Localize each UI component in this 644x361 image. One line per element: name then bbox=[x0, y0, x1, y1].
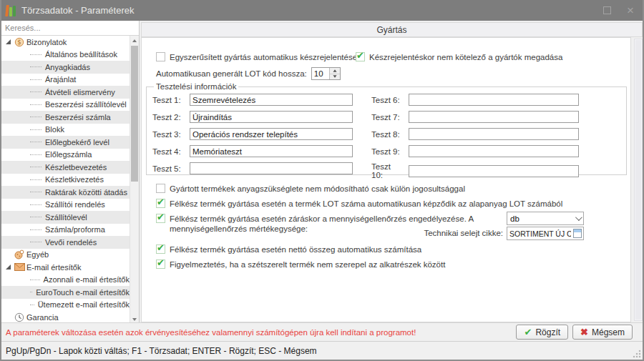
spin-down-icon[interactable] bbox=[330, 74, 340, 80]
spin-up-icon[interactable] bbox=[330, 68, 340, 74]
test-field-input[interactable] bbox=[409, 111, 579, 123]
main-scrollbar[interactable] bbox=[634, 39, 643, 321]
scrollbar-thumb[interactable] bbox=[131, 46, 138, 182]
coin-icon: $ bbox=[14, 37, 26, 47]
test-field-input[interactable] bbox=[409, 165, 579, 177]
sidebar-item[interactable]: Azonnali e-mail értesítők bbox=[1, 274, 130, 287]
sidebar-item[interactable]: E-mail értesítők bbox=[1, 261, 130, 274]
test-field-input[interactable] bbox=[409, 145, 579, 157]
chevron-down-icon bbox=[575, 214, 582, 221]
material-rights-checkbox[interactable] bbox=[156, 184, 165, 193]
net-sum-checkbox[interactable] bbox=[156, 244, 165, 254]
test-field-input[interactable] bbox=[190, 128, 353, 140]
tree-line bbox=[30, 117, 42, 117]
lot-length-label: Automatikusan generált LOT kód hossza: bbox=[156, 69, 307, 78]
cancel-button-label: Mégsem bbox=[592, 327, 625, 337]
tree-line bbox=[30, 92, 42, 92]
lot-length-input[interactable] bbox=[312, 68, 329, 79]
tree-line bbox=[30, 167, 42, 167]
close-icon[interactable]: × bbox=[627, 6, 634, 14]
option-manufacturers-optional: Készrejelentéskor nem kötelező a gyártók… bbox=[356, 52, 562, 62]
sidebar-item-label: Vevői rendelés bbox=[45, 238, 97, 247]
tree-line bbox=[30, 129, 42, 130]
sidebar-item[interactable]: Beszerzési szállítólevél bbox=[1, 99, 130, 112]
checkbox-label: Gyártott termékek anyagszükséglete nem m… bbox=[170, 184, 465, 194]
sidebar-item[interactable]: Előlegszámla bbox=[1, 149, 130, 162]
test-field-row: Teszt 9: bbox=[371, 145, 579, 157]
sidebar-item[interactable]: Számla/proforma bbox=[1, 224, 130, 237]
test-field-label: Teszt 8: bbox=[371, 130, 403, 139]
option-simplified-production: Egyszerűsített gyártás automatikus készr… bbox=[156, 52, 357, 62]
scrap-item-input[interactable] bbox=[507, 229, 573, 238]
sidebar-item[interactable]: EuroTouch e-mail értesítők bbox=[1, 286, 130, 299]
tree-line bbox=[30, 192, 42, 192]
tree-line bbox=[30, 242, 42, 242]
sidebar-item-label: Ütemezett e-mail értesítők bbox=[38, 300, 130, 309]
scrap-item-label: Technikai selejt cikke: bbox=[392, 229, 503, 237]
sidebar-item[interactable]: Szállítói rendelés bbox=[1, 199, 130, 212]
sidebar-scrollbar[interactable] bbox=[130, 36, 139, 324]
test-column-right: Teszt 6:Teszt 7:Teszt 8:Teszt 9:Teszt 10… bbox=[371, 94, 579, 179]
sidebar-item[interactable]: Készletbevezetés bbox=[1, 161, 130, 174]
resize-grip[interactable] bbox=[633, 350, 641, 358]
sidebar-item[interactable]: Garancia bbox=[1, 311, 130, 324]
test-info-group: Tesztelési információk Teszt 1:Teszt 2:T… bbox=[146, 82, 627, 175]
sidebar-item[interactable]: Egyéb bbox=[1, 249, 130, 262]
sidebar-item[interactable]: Készletkivezetés bbox=[1, 174, 130, 187]
sidebar-item-label: Anyagkiadás bbox=[45, 63, 90, 71]
qty-check-checkbox[interactable] bbox=[156, 214, 165, 223]
test-field-row: Teszt 1: bbox=[152, 94, 353, 106]
manufacturers-optional-checkbox[interactable] bbox=[356, 52, 365, 61]
test-field-input[interactable] bbox=[190, 111, 353, 123]
sidebar-item[interactable]: Átvételi elismervény bbox=[1, 86, 130, 99]
sidebar-item[interactable]: Ütemezett e-mail értesítők bbox=[1, 299, 130, 312]
option-lot-auto: Félkész termék gyártása esetén a termék … bbox=[156, 199, 562, 209]
save-button[interactable]: ✔ Rögzít bbox=[516, 325, 568, 340]
tree-line bbox=[30, 154, 42, 155]
test-field-label: Teszt 4: bbox=[152, 147, 184, 156]
sidebar-item-label: Bizonylatok bbox=[26, 38, 67, 46]
test-field-label: Teszt 6: bbox=[371, 96, 403, 104]
scroll-up-icon[interactable] bbox=[130, 36, 139, 45]
sidebar-item[interactable]: Raktárak közötti átadás bbox=[1, 186, 130, 199]
sidebar-item[interactable]: Anyagkiadás bbox=[1, 61, 130, 74]
option-material-rights: Gyártott termékek anyagszükséglete nem m… bbox=[156, 184, 465, 194]
sidebar-item-label: Blokk bbox=[45, 125, 64, 134]
test-field-input[interactable] bbox=[409, 128, 579, 140]
status-bar: PgUp/PgDn - Lapok közti váltás; F1 - Tör… bbox=[1, 341, 643, 360]
sidebar-item[interactable]: Vevői rendelés bbox=[1, 236, 130, 249]
tab-gyartas[interactable]: Gyártás bbox=[141, 22, 643, 37]
sidebar-item[interactable]: Szállítólevél bbox=[1, 211, 130, 224]
tree-expanded-icon[interactable] bbox=[5, 39, 14, 45]
test-field-input[interactable] bbox=[409, 94, 579, 106]
save-button-label: Rögzít bbox=[535, 327, 560, 337]
search-input[interactable] bbox=[1, 21, 139, 35]
sidebar-item-label: Előlegszámla bbox=[45, 150, 92, 159]
checkbox-label: Egyszerűsített gyártás automatikus készr… bbox=[170, 52, 357, 62]
sidebar-item-label: Árajánlat bbox=[45, 75, 76, 84]
sidebar-item[interactable]: Blokk bbox=[1, 124, 130, 137]
sidebar-item[interactable]: $Bizonylatok bbox=[1, 36, 130, 49]
sidebar-item[interactable]: Általános beállítások bbox=[1, 49, 130, 61]
test-field-input[interactable] bbox=[190, 162, 353, 174]
titlebar: Törzsadatok - Paraméterek × bbox=[0, 0, 644, 21]
tree-expanded-icon[interactable] bbox=[5, 264, 14, 270]
sidebar-item[interactable]: Előlegbekérő levél bbox=[1, 136, 130, 149]
sidebar-item-label: Készletbevezetés bbox=[45, 163, 107, 172]
sidebar-item-label: Szállítólevél bbox=[45, 213, 87, 222]
test-field-label: Teszt 9: bbox=[371, 147, 403, 156]
unit-select[interactable]: db bbox=[507, 212, 584, 225]
restart-warning: A paraméterek változása esetén azok érvé… bbox=[6, 328, 416, 337]
test-field-input[interactable] bbox=[190, 145, 353, 157]
warn-parts-checkbox[interactable] bbox=[156, 259, 165, 269]
sidebar-item[interactable]: Beszerzési számla bbox=[1, 111, 130, 124]
maximize-icon[interactable] bbox=[603, 6, 611, 14]
test-field-input[interactable] bbox=[190, 94, 353, 106]
x-icon: ✖ bbox=[580, 327, 588, 337]
sidebar-item[interactable]: Árajánlat bbox=[1, 74, 130, 86]
sidebar-item-label: Raktárak közötti átadás bbox=[45, 188, 127, 197]
simplified-production-checkbox[interactable] bbox=[156, 52, 165, 61]
lookup-grid-icon[interactable] bbox=[573, 229, 582, 238]
lot-auto-checkbox[interactable] bbox=[156, 199, 165, 208]
cancel-button[interactable]: ✖ Mégsem bbox=[572, 325, 633, 340]
